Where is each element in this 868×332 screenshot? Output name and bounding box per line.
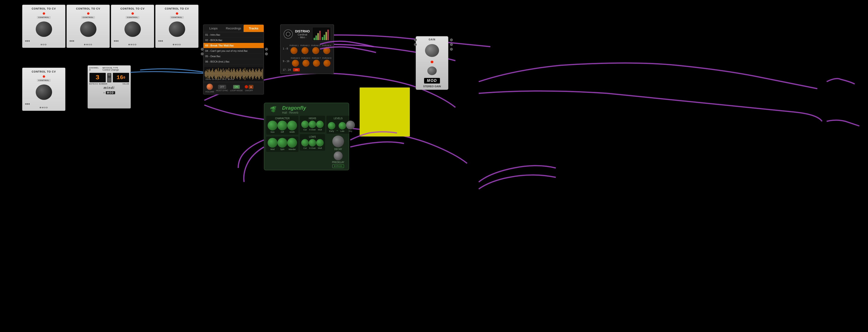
port-jack-left[interactable]: [414, 38, 417, 41]
gain-trim-knob[interactable]: [427, 66, 437, 75]
dry-label: Dry: [349, 130, 352, 132]
port-jack[interactable]: [201, 48, 204, 51]
track-item[interactable]: 02 - BOCA.flac: [204, 38, 264, 43]
main-knob[interactable]: [36, 22, 52, 37]
mod-knob[interactable]: [268, 138, 277, 148]
port-jack-right[interactable]: [450, 48, 453, 51]
lows-xover-knob[interactable]: [309, 139, 316, 146]
track-item[interactable]: 01. Overture.mp3: [204, 64, 264, 66]
param-8-knob[interactable]: [323, 60, 331, 67]
param-4-knob[interactable]: [323, 47, 330, 54]
tab-loops[interactable]: Loops: [204, 25, 223, 32]
channel-value: 0: [89, 69, 102, 71]
param-1-label: PARAM 1: [289, 44, 299, 47]
record-button[interactable]: [245, 85, 248, 89]
lows-mult-wrap: Mult: [316, 139, 324, 149]
svg-rect-5: [208, 72, 208, 76]
svg-rect-17: [216, 69, 216, 79]
lows-xover-wrap: X-Over: [309, 139, 316, 149]
highs-cut-knob[interactable]: [301, 121, 309, 128]
highs-mult-knob[interactable]: [316, 121, 324, 128]
lows-mult-knob[interactable]: [316, 139, 324, 146]
mod-badge: MOD: [424, 78, 440, 84]
loop-mode-label: LOOP MODE: [230, 89, 243, 92]
loop-mode-toggle[interactable]: ON: [233, 85, 240, 89]
early-knob[interactable]: [328, 122, 335, 130]
size-knob[interactable]: [268, 121, 277, 130]
tab-tracks[interactable]: Tracks: [244, 25, 264, 32]
svg-rect-87: [319, 31, 321, 40]
bypass-button[interactable]: Bypass: [332, 164, 344, 168]
port-jack-right[interactable]: [450, 43, 453, 46]
tab-recordings[interactable]: Recordings: [223, 25, 244, 32]
looper-controls: VOLUME OFF HOST SYNC ON LOOP MODE ■ ON/O…: [204, 82, 264, 94]
port-jack-right[interactable]: [450, 38, 453, 41]
on-off-toggle[interactable]: ■: [249, 85, 253, 89]
cardinal-subtitle1: Cardinal: [295, 33, 310, 36]
svg-rect-59: [245, 72, 246, 76]
port-jack-left[interactable]: [414, 43, 417, 46]
param-1-knob[interactable]: [290, 47, 298, 54]
decay-section: Decay: [327, 136, 350, 151]
track-item[interactable]: 04 - Can't get you out of my mind.flac: [204, 48, 264, 54]
param-7-label: PARAM 7: [312, 57, 321, 59]
port-jack[interactable]: [201, 53, 204, 55]
svg-rect-28: [224, 71, 224, 77]
track-item[interactable]: 06 - BOCA (Inst.).flac: [204, 59, 264, 64]
svg-rect-9: [210, 72, 211, 76]
gain-knob[interactable]: [425, 44, 439, 57]
mod-logo: ⊛MOD: [68, 43, 108, 46]
param-3-knob[interactable]: [312, 47, 319, 54]
svg-rect-74: [256, 69, 256, 79]
wander-knob[interactable]: [287, 138, 297, 148]
host-sync-toggle[interactable]: OFF: [218, 85, 226, 89]
track-item[interactable]: 05 - Dear.flac: [204, 54, 264, 59]
predelay-knob[interactable]: [334, 152, 343, 160]
ctrl-label: CONTROL: [126, 16, 140, 19]
svg-rect-80: [260, 71, 260, 77]
decay-knob[interactable]: [332, 136, 344, 147]
control-to-cv-module-1: CONTROL TO CV CONTROL ◀◀◀ MOD: [22, 5, 65, 48]
width-knob[interactable]: [287, 121, 297, 130]
spin-knob[interactable]: [277, 138, 287, 148]
late-knob[interactable]: [339, 122, 346, 130]
late-label: Late: [340, 130, 344, 132]
svg-rect-49: [239, 72, 239, 76]
param-6-knob[interactable]: [302, 60, 309, 67]
svg-rect-19: [217, 71, 218, 77]
param-8-wrap: PARAM 8: [322, 57, 331, 67]
predelay-label: Predelay: [332, 161, 344, 164]
svg-rect-24: [221, 70, 221, 78]
main-knob[interactable]: [169, 22, 185, 37]
svg-rect-64: [249, 70, 249, 78]
decay-label: Decay: [334, 148, 342, 151]
volume-knob[interactable]: [207, 84, 213, 90]
track-list: 01 - Intro.flac 02 - BOCA.flac 03 - Brea…: [204, 32, 264, 66]
dry-knob[interactable]: [346, 121, 355, 130]
param-2-knob[interactable]: [302, 47, 308, 54]
mod-logo: MOD: [24, 43, 64, 46]
highs-mult-wrap: Mult: [316, 121, 324, 131]
svg-rect-84: [314, 38, 315, 40]
main-knob[interactable]: [124, 22, 141, 37]
lows-cut-knob[interactable]: [301, 139, 309, 146]
diff-knob[interactable]: [277, 121, 287, 130]
main-knob[interactable]: [36, 85, 52, 100]
highs-xover-knob[interactable]: [309, 121, 316, 128]
port-row: ◀◀◀: [113, 40, 153, 42]
main-knob[interactable]: [80, 22, 96, 37]
svg-rect-53: [241, 71, 242, 77]
port-jack[interactable]: [265, 48, 268, 51]
track-item[interactable]: 01 - Intro.flac: [204, 32, 264, 38]
svg-rect-58: [245, 68, 245, 80]
param-5-knob[interactable]: [292, 60, 299, 67]
width-label: Width: [289, 131, 295, 133]
svg-rect-89: [324, 35, 325, 40]
levels-section: Levels Early → Late Dry: [327, 116, 350, 134]
svg-rect-61: [247, 69, 247, 79]
mindi-logo: mindi: [89, 86, 129, 90]
param-7-knob[interactable]: [313, 60, 320, 67]
svg-rect-36: [229, 71, 230, 77]
track-item-selected[interactable]: 03 - Break The Wall.flac: [204, 43, 264, 48]
port-jack[interactable]: [265, 53, 268, 55]
